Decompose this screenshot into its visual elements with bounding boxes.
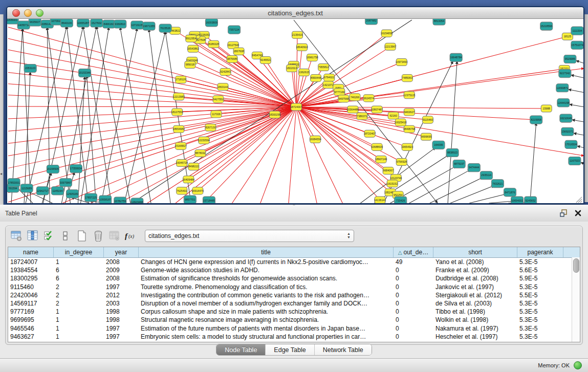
graph-node[interactable]: 10688639: [371, 143, 383, 150]
table-row[interactable]: 1938455462009Genome-wide association stu…: [8, 266, 580, 274]
graph-node[interactable]: 8471876: [504, 188, 516, 196]
graph-node[interactable]: 30975867: [59, 179, 72, 187]
table-row[interactable]: 969969511998Structural magnetic resonanc…: [8, 316, 580, 324]
collapse-left-icon[interactable]: ◂: [0, 172, 2, 176]
graph-node[interactable]: 17857225: [85, 193, 97, 202]
graph-node[interactable]: 117006: [211, 111, 222, 118]
graph-node[interactable]: 10973493: [396, 58, 407, 65]
graph-node[interactable]: 8838923: [446, 148, 459, 157]
close-button[interactable]: [12, 9, 20, 17]
table-row[interactable]: 946554611997Estimation of the future num…: [8, 324, 580, 333]
graph-node[interactable]: 16154838: [381, 30, 393, 37]
network-canvas[interactable]: 1872400715226053982750881863281912754616…: [7, 19, 583, 203]
graph-node[interactable]: 8878332: [195, 149, 206, 157]
graph-node[interactable]: 18300295: [269, 111, 280, 118]
graph-node[interactable]: 6879197: [453, 160, 465, 168]
graph-node[interactable]: 2053103: [24, 64, 36, 72]
zoom-button[interactable]: [36, 9, 43, 17]
graph-node[interactable]: 9474444: [468, 164, 480, 172]
graph-node[interactable]: 8912954: [186, 35, 197, 42]
graph-node[interactable]: 15166827: [175, 142, 187, 149]
graph-node[interactable]: 9463627: [404, 108, 415, 116]
column-header-name[interactable]: name: [8, 247, 54, 257]
graph-node[interactable]: 7357224: [228, 26, 241, 34]
graph-node[interactable]: 8215958: [530, 116, 542, 124]
function-builder-icon[interactable]: f(x): [124, 229, 138, 243]
graph-node[interactable]: 18640910: [296, 43, 308, 51]
tab-edge-table[interactable]: Edge Table: [266, 344, 314, 355]
graph-node[interactable]: 16648784: [450, 53, 462, 61]
graph-node[interactable]: 12093871: [556, 84, 569, 92]
table-row[interactable]: 1456911722003Disruption of a novel membe…: [8, 299, 580, 308]
table-scrollbar[interactable]: [572, 257, 580, 342]
graph-node[interactable]: 1421072: [323, 81, 334, 89]
graph-node[interactable]: 2935114: [480, 171, 492, 180]
network-window-titlebar[interactable]: citations_edges.txt: [7, 7, 583, 19]
graph-node[interactable]: 6794022: [324, 74, 335, 81]
graph-node[interactable]: 15692071: [561, 127, 574, 136]
graph-node[interactable]: 7625402: [177, 187, 187, 194]
graph-node[interactable]: 16210649: [560, 114, 572, 122]
graph-node[interactable]: 17016504: [565, 140, 577, 148]
graph-node[interactable]: 20153346: [78, 69, 91, 77]
graph-node[interactable]: 17853001: [8, 179, 20, 187]
graph-node[interactable]: 1145194: [51, 187, 63, 195]
column-header-pagerank[interactable]: pagerank: [517, 247, 563, 257]
graph-node[interactable]: 16914479: [192, 187, 204, 194]
graph-node[interactable]: 989018: [185, 61, 195, 68]
graph-node[interactable]: 9857701: [184, 195, 196, 203]
graph-node[interactable]: 2135419: [292, 31, 302, 38]
graph-node[interactable]: 16961758: [307, 54, 318, 61]
graph-node[interactable]: 16543862: [187, 45, 199, 52]
graph-node[interactable]: 9146821: [260, 56, 271, 63]
graph-node[interactable]: 14136141: [374, 196, 386, 203]
table-row[interactable]: 946362711997Embryonic stem cells: a mode…: [8, 333, 580, 341]
graph-node[interactable]: 18907249: [375, 156, 387, 163]
resize-grip-icon[interactable]: [576, 197, 582, 203]
graph-node[interactable]: 7632621: [491, 180, 504, 188]
graph-node[interactable]: 7955812: [318, 63, 329, 71]
graph-node[interactable]: 9699695: [421, 133, 431, 140]
graph-node[interactable]: 17359934: [70, 165, 82, 173]
graph-node[interactable]: 18107553: [171, 108, 183, 116]
float-panel-icon[interactable]: [559, 209, 568, 217]
graph-node[interactable]: 16093809: [205, 19, 217, 27]
graph-node[interactable]: 18724007: [290, 103, 302, 111]
graph-node[interactable]: 1822013: [286, 64, 297, 72]
graph-node[interactable]: 10655287: [77, 19, 89, 27]
graph-node[interactable]: 733426: [395, 196, 407, 203]
graph-node[interactable]: 9635607: [29, 19, 41, 26]
graph-node[interactable]: 12942717: [36, 187, 49, 195]
graph-node[interactable]: 9242843: [220, 69, 231, 76]
graph-node[interactable]: 12153594: [198, 137, 210, 144]
graph-node[interactable]: 20206505: [47, 165, 59, 173]
graph-node[interactable]: 8640106: [60, 19, 73, 27]
graph-node[interactable]: 10807487: [371, 106, 383, 113]
table-row[interactable]: 1830029562008Estimation of significance …: [8, 274, 580, 282]
graph-node[interactable]: 164095: [432, 141, 445, 149]
graph-node[interactable]: 10719135: [131, 21, 143, 29]
graph-node[interactable]: 9227342: [559, 70, 571, 78]
graph-node[interactable]: 19671355: [143, 22, 155, 30]
column-header-short[interactable]: short: [433, 247, 517, 257]
graph-node[interactable]: 15988: [541, 105, 552, 112]
graph-node[interactable]: 2087682: [365, 19, 377, 25]
row-selection-icon[interactable]: [42, 229, 56, 243]
memory-status-indicator[interactable]: [574, 361, 582, 369]
graph-node[interactable]: 9756928: [396, 159, 407, 166]
graph-node[interactable]: 2867608: [233, 48, 244, 55]
graph-node[interactable]: 28495798: [403, 125, 415, 133]
graph-node[interactable]: 9115460: [422, 116, 433, 123]
graph-node[interactable]: 18654983: [173, 125, 185, 133]
graph-node[interactable]: 9497568: [338, 95, 349, 102]
graph-node[interactable]: 7485063: [402, 75, 412, 82]
graph-node[interactable]: 7386372: [357, 113, 367, 120]
graph-node[interactable]: 2803144: [217, 83, 228, 91]
graph-node[interactable]: 746266: [350, 94, 360, 101]
graph-node[interactable]: 10025418: [395, 119, 406, 126]
graph-node[interactable]: 15751074: [571, 41, 583, 49]
table-settings-icon[interactable]: [10, 229, 23, 243]
graph-node[interactable]: 1835001: [7, 19, 18, 24]
graph-node[interactable]: 19654923: [401, 143, 413, 150]
graph-node[interactable]: 9245652: [525, 196, 537, 203]
